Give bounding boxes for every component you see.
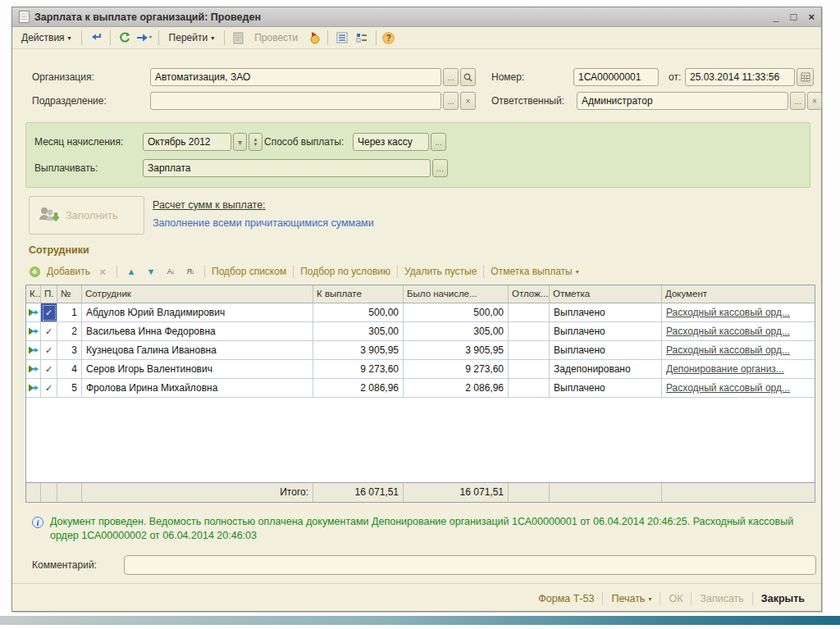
accrued-cell[interactable]: 305,00	[404, 322, 509, 341]
deferred-cell[interactable]	[509, 322, 550, 341]
posting-results-icon[interactable]	[305, 30, 322, 46]
spinner-down-icon[interactable]: ▼	[253, 142, 258, 147]
col-header-document[interactable]: Документ	[662, 285, 815, 303]
accrued-cell[interactable]: 9 273,60	[404, 360, 509, 379]
save-and-close-icon[interactable]	[88, 30, 104, 46]
col-header-key[interactable]: К..	[26, 285, 41, 303]
organization-search-icon[interactable]	[460, 68, 476, 86]
table-empty-area[interactable]	[26, 398, 815, 482]
pay-checkbox[interactable]: ✓	[41, 322, 57, 341]
document-link-cell[interactable]: Расходный кассовый орд...	[662, 341, 815, 360]
pay-checkbox[interactable]: ✓	[41, 341, 57, 360]
col-header-mark[interactable]: Отметка	[550, 285, 662, 303]
row-number[interactable]: 1	[57, 303, 82, 322]
month-spinner[interactable]: ▲▼	[249, 133, 262, 151]
refresh-icon[interactable]	[116, 30, 133, 46]
pay-what-field[interactable]: Зарплата	[143, 159, 431, 177]
document-link-cell[interactable]: Расходный кассовый орд...	[662, 322, 815, 341]
employee-name-cell[interactable]: Абдулов Юрий Владимирович	[82, 303, 313, 322]
document-structure-icon[interactable]	[334, 30, 350, 46]
comment-input[interactable]	[124, 555, 816, 575]
mark-cell[interactable]: Выплачено	[550, 379, 662, 398]
maximize-button[interactable]: □	[791, 11, 797, 23]
print-menu-button[interactable]: Печать	[606, 590, 656, 607]
responsible-clear-icon[interactable]: ×	[807, 92, 822, 110]
pick-list-button[interactable]: Подбор списком	[212, 266, 286, 277]
payment-mark-menu-button[interactable]: Отметка выплаты	[491, 266, 578, 277]
payable-cell[interactable]: 2 086,96	[313, 379, 404, 398]
save-button[interactable]: Записать	[695, 590, 748, 607]
payable-cell[interactable]: 305,00	[313, 322, 404, 341]
goto-menu-button[interactable]: Перейти	[165, 30, 219, 45]
mark-cell[interactable]: Выплачено	[550, 341, 662, 360]
col-header-deferred[interactable]: Отлож...	[509, 285, 550, 303]
organization-field[interactable]: Автоматизация, ЗАО	[150, 68, 441, 86]
col-header-employee[interactable]: Сотрудник	[82, 285, 313, 303]
deferred-cell[interactable]	[509, 341, 550, 360]
accrued-cell[interactable]: 500,00	[404, 303, 509, 322]
document-link-cell[interactable]: Расходный кассовый орд...	[662, 303, 815, 322]
date-field[interactable]: 25.03.2014 11:33:56	[685, 68, 795, 86]
calc-sums-link[interactable]: Заполнение всеми причитающимися суммами	[153, 217, 374, 229]
close-button[interactable]: ×	[808, 11, 815, 23]
actions-menu-button[interactable]: Действия	[17, 30, 75, 45]
mark-cell[interactable]: Выплачено	[550, 303, 662, 322]
accrued-cell[interactable]: 2 086,96	[404, 379, 509, 398]
add-row-button[interactable]: Добавить	[47, 266, 90, 277]
deferred-cell[interactable]	[509, 379, 550, 398]
row-number[interactable]: 4	[57, 360, 82, 379]
col-header-number[interactable]: №	[57, 285, 82, 303]
fill-button[interactable]: Заполнить	[29, 196, 144, 235]
form-t53-button[interactable]: Форма Т-53	[533, 590, 599, 607]
col-header-pay-flag[interactable]: П.	[41, 285, 57, 303]
pay-checkbox[interactable]: ✓	[41, 379, 57, 398]
minimize-button[interactable]: _	[773, 11, 778, 23]
remove-empty-button[interactable]: Удалить пустые	[404, 266, 477, 277]
payable-cell[interactable]: 500,00	[313, 303, 404, 322]
accrual-month-field[interactable]: Октябрь 2012	[143, 133, 231, 151]
row-number[interactable]: 2	[57, 322, 82, 341]
mark-cell[interactable]: Выплачено	[550, 322, 662, 341]
department-field[interactable]	[150, 92, 441, 110]
payment-method-select-button[interactable]: ...	[431, 133, 446, 151]
ok-button[interactable]: ОК	[664, 590, 687, 607]
close-form-button[interactable]: Закрыть	[756, 590, 810, 607]
row-number[interactable]: 3	[57, 341, 82, 360]
open-list-icon[interactable]	[136, 30, 153, 46]
payable-cell[interactable]: 3 905,95	[313, 341, 404, 360]
sort-asc-icon[interactable]: А↓	[163, 264, 178, 279]
calendar-icon[interactable]	[797, 68, 814, 86]
pay-what-select-button[interactable]: ...	[432, 159, 448, 177]
deferred-cell[interactable]	[509, 360, 550, 379]
number-field[interactable]: 1СА00000001	[573, 68, 659, 86]
employee-name-cell[interactable]: Кузнецова Галина Ивановна	[82, 341, 313, 360]
employee-name-cell[interactable]: Серов Игорь Валентинович	[82, 360, 313, 379]
responsible-select-button[interactable]: ...	[790, 92, 806, 110]
document-link-cell[interactable]: Депонирование организ...	[662, 360, 815, 379]
organization-select-button[interactable]: ...	[443, 68, 459, 86]
pay-checkbox[interactable]: ✓	[41, 360, 57, 379]
deferred-cell[interactable]	[509, 303, 550, 322]
month-dropdown-icon[interactable]: ▾	[233, 133, 247, 151]
employee-name-cell[interactable]: Фролова Ирина Михайловна	[82, 379, 313, 398]
department-select-button[interactable]: ...	[443, 92, 459, 110]
sort-desc-icon[interactable]: Я↓	[183, 264, 198, 279]
col-header-accrued[interactable]: Было начисле...	[404, 285, 509, 303]
move-down-icon[interactable]: ▼	[144, 264, 158, 279]
document-movements-icon[interactable]	[354, 30, 370, 46]
department-clear-icon[interactable]: ×	[460, 92, 476, 110]
employee-name-cell[interactable]: Васильева Инна Федоровна	[82, 322, 313, 341]
move-up-icon[interactable]: ▲	[124, 264, 139, 279]
delete-row-icon[interactable]: ×	[95, 264, 110, 279]
accrued-cell[interactable]: 3 905,95	[404, 341, 509, 360]
mark-cell[interactable]: Задепонировано	[550, 360, 662, 379]
document-link-cell[interactable]: Расходный кассовый орд...	[662, 379, 815, 398]
pick-condition-button[interactable]: Подбор по условию	[300, 266, 390, 277]
post-button[interactable]: Провести	[250, 30, 302, 45]
payable-cell[interactable]: 9 273,60	[313, 360, 404, 379]
row-number[interactable]: 5	[57, 379, 82, 398]
col-header-payable[interactable]: К выплате	[313, 285, 404, 303]
add-row-icon[interactable]: +	[27, 264, 42, 279]
help-icon[interactable]: ?	[382, 32, 395, 44]
pay-checkbox[interactable]: ✓	[41, 303, 57, 322]
